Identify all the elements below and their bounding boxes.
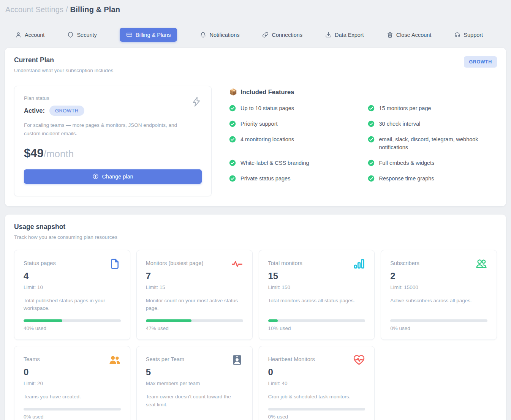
check-circle-icon (229, 175, 236, 182)
progress-fill (268, 319, 278, 322)
feature-item: Response time graphs (368, 175, 497, 183)
progress-label: 0% used (268, 414, 365, 420)
usage-card-description: Team owner doesn't count toward the seat… (146, 393, 243, 409)
usage-card-description: Active subscribers across all pages. (390, 297, 487, 305)
current-plan-title: Current Plan (14, 56, 113, 64)
features-title: Included Features (240, 88, 294, 96)
usage-subtitle: Track how you are consuming plan resourc… (14, 234, 117, 240)
feature-item: email, slack, discord, telegram, webhook… (368, 136, 497, 152)
breadcrumb-section[interactable]: Account Settings (5, 5, 63, 14)
progress-label: 40% used (24, 325, 121, 331)
feature-item: Up to 10 status pages (229, 104, 359, 113)
tab-label: Notifications (209, 32, 239, 38)
tab-label: Connections (272, 32, 302, 38)
file-icon (109, 258, 121, 270)
usage-card-limit: Limit: 150 (268, 284, 365, 290)
check-circle-icon (368, 105, 375, 112)
pulse-icon (231, 258, 243, 270)
breadcrumb: Account Settings / Billing & Plan (0, 0, 511, 14)
usage-card-description: Cron job & scheduled task monitors. (268, 393, 365, 401)
check-circle-icon (229, 136, 236, 143)
feature-label: 30 check interval (379, 120, 421, 128)
tab-data-export[interactable]: Data Export (325, 32, 364, 38)
settings-tabbar: Account Security Billing & Plans Notific… (15, 28, 506, 42)
progress-label: 0% used (390, 325, 487, 331)
plan-status-value: Active: (24, 107, 45, 114)
usage-card-value: 5 (146, 367, 243, 377)
progress-track (24, 319, 121, 322)
current-plan-subtitle: Understand what your subscription includ… (14, 68, 113, 73)
plan-description: For scaling teams — more pages & monitor… (24, 121, 187, 138)
usage-grid: Status pages 4 Limit: 10 Total published… (14, 250, 497, 420)
feature-label: 15 monitors per page (379, 104, 431, 113)
tab-label: Data Export (335, 32, 364, 38)
tab-label: Support (464, 32, 483, 38)
feature-item: White-label & CSS branding (229, 159, 359, 167)
change-plan-label: Change plan (102, 174, 133, 180)
feature-item: 15 monitors per page (368, 104, 497, 113)
progress-fill (146, 319, 191, 322)
usage-snapshot-section: Usage snapshot Track how you are consumi… (5, 215, 506, 420)
plan-status-card: Plan status Active: GROWTH For scaling t… (14, 86, 212, 196)
usage-card-teams: Teams 0 Limit: 20 Teams you have created… (14, 346, 130, 420)
usage-card-value: 2 (390, 271, 487, 281)
usage-card-subscribers: Subscribers 2 Limit: 15000 Active subscr… (381, 250, 497, 340)
breadcrumb-separator: / (63, 5, 70, 14)
feature-label: email, slack, discord, telegram, webhook… (379, 136, 486, 152)
package-icon: 📦 (229, 88, 237, 96)
tab-account[interactable]: Account (15, 32, 44, 38)
tab-close-account[interactable]: Close Account (387, 32, 432, 38)
check-circle-icon (368, 175, 375, 182)
feature-item: 4 monitoring locations (229, 136, 359, 152)
usage-card-limit: Limit: 10 (24, 284, 121, 290)
progress-label: 10% used (268, 325, 365, 331)
usage-progress: 0% used (24, 401, 121, 420)
breadcrumb-current: Billing & Plan (70, 5, 120, 14)
plan-status-tier-pill: GROWTH (49, 106, 84, 116)
progress-label: 47% used (146, 325, 243, 331)
usage-card-title: Seats per Team (146, 354, 184, 362)
bell-icon (200, 32, 206, 38)
heart-pulse-icon (353, 354, 365, 366)
plan-status-label: Plan status (24, 95, 202, 101)
progress-track (390, 319, 487, 322)
usage-card-title: Monitors (busiest page) (146, 258, 204, 266)
feature-label: Priority support (240, 120, 278, 128)
tab-billing-plans[interactable]: Billing & Plans (120, 28, 177, 42)
included-features: 📦 Included Features Up to 10 status page… (229, 86, 497, 196)
credit-card-icon (126, 32, 133, 38)
usage-card-limit: Limit: 15000 (390, 284, 487, 290)
tab-support[interactable]: Support (454, 32, 483, 38)
check-circle-icon (368, 120, 375, 127)
tab-notifications[interactable]: Notifications (200, 32, 239, 38)
plan-price: $49/month (24, 147, 202, 160)
features-grid: Up to 10 status pages 15 monitors per pa… (229, 104, 497, 183)
feature-item: Full embeds & widgets (368, 159, 497, 167)
feature-label: White-label & CSS branding (240, 159, 309, 167)
contact-card-icon (231, 354, 243, 366)
usage-card-monitors-busiest: Monitors (busiest page) 7 Limit: 15 Moni… (136, 250, 253, 340)
tab-security[interactable]: Security (67, 32, 97, 38)
progress-track (268, 319, 365, 322)
person-icon (15, 32, 22, 38)
usage-card-value: 0 (24, 367, 121, 377)
usage-card-description: Teams you have created. (24, 393, 121, 401)
plan-price-period: /month (44, 148, 74, 159)
usage-card-title: Heartbeat Monitors (268, 354, 315, 362)
feature-label: Full embeds & widgets (379, 159, 435, 167)
tab-label: Account (25, 32, 44, 38)
teams-icon (109, 354, 121, 366)
usage-card-description: Total monitors across all status pages. (268, 297, 365, 305)
usage-progress: 0% used (390, 313, 487, 331)
usage-card-title: Teams (24, 354, 40, 362)
usage-card-title: Status pages (24, 258, 56, 266)
users-icon (475, 258, 487, 270)
usage-card-value: 0 (268, 367, 365, 377)
change-plan-button[interactable]: Change plan (24, 169, 202, 184)
plan-price-amount: $49 (24, 147, 44, 160)
feature-item: 30 check interval (368, 120, 497, 128)
headset-icon (454, 32, 460, 38)
plan-tier-badge: GROWTH (464, 56, 497, 68)
trash-icon (387, 32, 393, 38)
tab-connections[interactable]: Connections (262, 32, 302, 38)
